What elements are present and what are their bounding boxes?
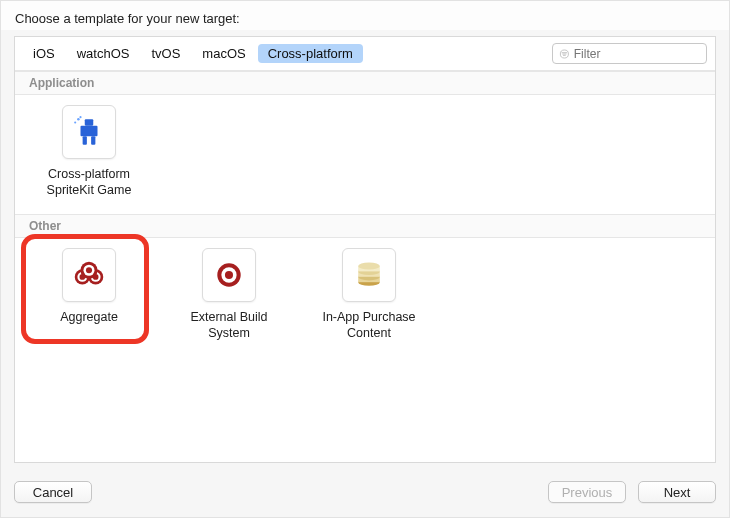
target-icon [202,248,256,302]
svg-rect-3 [83,136,87,145]
template-panel: iOS watchOS tvOS macOS Cross-platform Ap… [14,36,716,463]
tab-ios[interactable]: iOS [23,44,65,63]
footer: Cancel Previous Next [1,473,729,517]
previous-button[interactable]: Previous [548,481,626,503]
svg-rect-4 [91,136,95,145]
spritekit-icon [62,105,116,159]
section-heading-other: Other [15,214,715,238]
sheet-title: Choose a template for your new target: [15,11,715,26]
cancel-button[interactable]: Cancel [14,481,92,503]
coins-icon [342,248,396,302]
template-label: Aggregate [60,310,118,326]
platform-tabbar: iOS watchOS tvOS macOS Cross-platform [15,37,715,71]
filter-icon [559,48,570,60]
template-scroll[interactable]: Application [15,71,715,462]
section-grid-application: Cross-platform SpriteKit Game [15,95,715,214]
svg-point-16 [86,267,92,273]
tab-cross-platform[interactable]: Cross-platform [258,44,363,63]
new-target-sheet: Choose a template for your new target: i… [0,0,730,518]
aggregate-icon [62,248,116,302]
template-label: In-App Purchase Content [322,310,415,341]
svg-point-19 [225,271,233,279]
svg-point-6 [74,121,76,123]
filter-input[interactable] [574,47,700,61]
template-label: Cross-platform SpriteKit Game [47,167,132,198]
svg-rect-2 [81,126,98,137]
title-bar: Choose a template for your new target: [1,1,729,30]
tab-macos[interactable]: macOS [192,44,255,63]
svg-point-26 [358,263,380,270]
section-heading-application: Application [15,71,715,95]
template-in-app-purchase-content[interactable]: In-App Purchase Content [311,248,427,341]
template-label: External Build System [190,310,267,341]
filter-field[interactable] [552,43,707,64]
template-cross-platform-spritekit-game[interactable]: Cross-platform SpriteKit Game [31,105,147,198]
section-grid-other: Aggregate External Build System [15,238,715,357]
tab-tvos[interactable]: tvOS [141,44,190,63]
svg-rect-1 [85,119,94,125]
next-button[interactable]: Next [638,481,716,503]
template-external-build-system[interactable]: External Build System [171,248,287,341]
tab-watchos[interactable]: watchOS [67,44,140,63]
template-aggregate[interactable]: Aggregate [31,248,147,341]
svg-point-5 [77,118,80,121]
svg-point-7 [79,116,81,118]
